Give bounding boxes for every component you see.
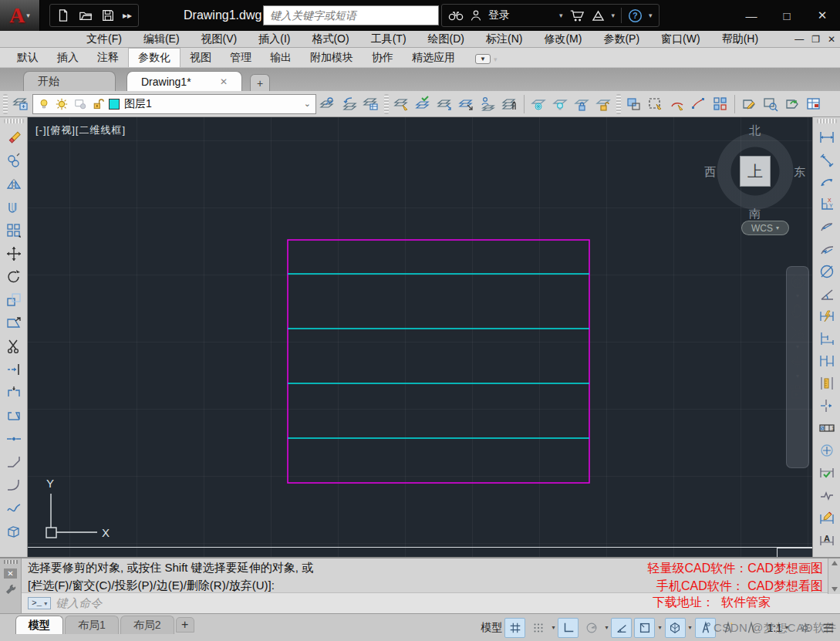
block-attribute-manager-button[interactable] bbox=[761, 93, 781, 115]
save-icon[interactable] bbox=[101, 8, 115, 22]
magenta-rectangle-entity[interactable] bbox=[288, 240, 589, 483]
group-edit-button[interactable] bbox=[710, 93, 730, 115]
ribbon-collapse-icon[interactable]: ▼ bbox=[475, 54, 491, 64]
ribbon-tab-addins[interactable]: 附加模块 bbox=[301, 49, 363, 67]
jogged-dimension-button[interactable] bbox=[815, 238, 838, 260]
ribbon-tab-insert[interactable]: 插入 bbox=[48, 49, 88, 67]
menu-view[interactable]: 视图(V) bbox=[191, 32, 248, 47]
grid-toggle[interactable] bbox=[504, 618, 525, 638]
menu-parametric[interactable]: 参数(P) bbox=[592, 32, 650, 47]
move-button[interactable] bbox=[2, 242, 25, 265]
layer-freeze-icon[interactable] bbox=[73, 97, 87, 111]
tab-start[interactable]: 开始 bbox=[23, 71, 116, 91]
ribbon-tab-default[interactable]: 默认 bbox=[8, 49, 48, 67]
menu-help[interactable]: 帮助(H) bbox=[711, 32, 769, 47]
viewcube-north-label[interactable]: 北 bbox=[749, 123, 761, 138]
ordinate-dimension-button[interactable]: XY bbox=[815, 194, 838, 215]
rotate-button[interactable] bbox=[2, 265, 25, 288]
ribbon-tab-output[interactable]: 输出 bbox=[261, 49, 301, 67]
menu-tools[interactable]: 工具(T) bbox=[360, 32, 417, 47]
polar-dropdown-icon[interactable]: ▾ bbox=[605, 624, 608, 631]
baseline-dimension-button[interactable] bbox=[815, 328, 838, 349]
array-button[interactable] bbox=[2, 219, 25, 241]
open-file-icon[interactable] bbox=[78, 8, 93, 22]
jogged-linear-button[interactable] bbox=[815, 484, 838, 506]
tab-close-icon[interactable]: ✕ bbox=[220, 76, 228, 87]
sign-in-button[interactable]: 登录 bbox=[488, 8, 510, 22]
viewcube[interactable]: 北 西 东 南 上 bbox=[709, 125, 801, 218]
menu-dimension[interactable]: 标注(N) bbox=[475, 32, 533, 47]
layer-on-bulb-icon[interactable] bbox=[38, 97, 50, 111]
draw-order-arc-button[interactable] bbox=[667, 93, 687, 115]
drawing-window-corner[interactable] bbox=[777, 548, 812, 557]
show-motion-icon[interactable] bbox=[788, 383, 807, 401]
viewcube-top-face[interactable]: 上 bbox=[740, 156, 771, 187]
layer-previous-button[interactable] bbox=[339, 93, 359, 115]
new-drawing-tab-button[interactable]: + bbox=[250, 74, 270, 91]
orbit-dropdown-icon[interactable]: ▾ bbox=[796, 375, 799, 378]
minimize-button[interactable]: — bbox=[734, 0, 769, 31]
model-space-label[interactable]: 模型 bbox=[481, 621, 502, 635]
object-snap-toggle[interactable] bbox=[634, 618, 655, 638]
command-input-row[interactable]: >_▾ 键入命令 下载地址： 软件管家 bbox=[22, 592, 840, 613]
layer-dropdown[interactable]: 图层1 ⌄ bbox=[32, 94, 316, 114]
doc-close-icon[interactable]: ✕ bbox=[828, 34, 835, 45]
aligned-dimension-button[interactable] bbox=[815, 149, 838, 170]
command-customize-wrench-icon[interactable] bbox=[5, 583, 17, 595]
layer-unlock-button[interactable] bbox=[593, 93, 613, 115]
ribbon-collapse-dropdown-icon[interactable]: ▾ bbox=[494, 56, 498, 63]
app-store-cart-icon[interactable] bbox=[569, 9, 585, 22]
layer-walk-button[interactable] bbox=[478, 93, 498, 115]
command-close-icon[interactable]: ✕ bbox=[4, 568, 16, 579]
annotation-visibility-toggle[interactable] bbox=[695, 618, 716, 638]
layer-freeze-object-button[interactable] bbox=[528, 93, 548, 115]
zoom-extents-icon[interactable] bbox=[789, 324, 806, 341]
pan-hand-icon[interactable] bbox=[789, 302, 806, 319]
wheel-dropdown-icon[interactable]: ▾ bbox=[796, 295, 799, 298]
tab-drawing1[interactable]: Drawing1*✕ bbox=[127, 71, 242, 91]
quick-dimension-button[interactable] bbox=[815, 305, 838, 327]
annotation-monitor-button[interactable] bbox=[804, 93, 824, 115]
help-search-box[interactable] bbox=[263, 5, 439, 25]
copy-objects-to-new-layer-button[interactable] bbox=[457, 93, 477, 115]
change-to-current-layer-button[interactable] bbox=[435, 93, 455, 115]
join-button[interactable] bbox=[2, 427, 25, 450]
extend-button[interactable] bbox=[2, 358, 25, 380]
continue-dimension-button[interactable] bbox=[815, 350, 838, 372]
snap-dropdown-icon[interactable]: ▾ bbox=[552, 624, 555, 631]
drawing-canvas[interactable]: [-][俯视][二维线框] 北 西 东 南 上 WCS▾ ▾ ▾ ▾ bbox=[28, 117, 812, 557]
viewcube-east-label[interactable]: 东 bbox=[794, 165, 805, 180]
viewport-controls-label[interactable]: [-][俯视][二维线框] bbox=[35, 123, 126, 137]
toolbar-grip[interactable] bbox=[4, 119, 24, 123]
layer-properties-button[interactable] bbox=[11, 93, 31, 115]
new-layout-button[interactable]: + bbox=[176, 617, 194, 633]
qat-more-icon[interactable]: ▸▸ bbox=[123, 10, 132, 21]
dimension-break-button[interactable] bbox=[815, 395, 838, 417]
ad-download-link[interactable]: 软件管家 bbox=[721, 595, 771, 609]
sign-in-dropdown-icon[interactable]: ▾ bbox=[559, 12, 563, 19]
edit-polyline-button[interactable] bbox=[689, 93, 709, 115]
help-icon[interactable]: ? bbox=[628, 8, 643, 23]
a360-dropdown-icon[interactable]: ▾ bbox=[612, 12, 616, 19]
mirror-button[interactable] bbox=[2, 173, 25, 195]
menu-modify[interactable]: 修改(M) bbox=[533, 32, 592, 47]
edit-attributes-button[interactable] bbox=[739, 93, 759, 115]
layer-color-swatch[interactable] bbox=[109, 99, 120, 110]
copy-button[interactable] bbox=[2, 150, 25, 172]
menu-draw[interactable]: 绘图(D) bbox=[417, 32, 475, 47]
new-file-icon[interactable] bbox=[56, 8, 70, 22]
layer-unlock-icon[interactable] bbox=[92, 97, 104, 111]
search-input[interactable] bbox=[264, 9, 438, 22]
spline-edit-button[interactable] bbox=[2, 497, 25, 519]
tab-layout1[interactable]: 布局1 bbox=[65, 616, 119, 634]
diameter-dimension-button[interactable] bbox=[815, 261, 838, 282]
command-history-scrollbar[interactable] bbox=[828, 558, 840, 594]
chamfer-button[interactable] bbox=[2, 450, 25, 473]
layer-match-standard-button[interactable] bbox=[413, 93, 433, 115]
viewcube-south-label[interactable]: 南 bbox=[749, 207, 761, 221]
ribbon-tab-featured[interactable]: 精选应用 bbox=[403, 49, 464, 67]
command-grip[interactable] bbox=[4, 560, 18, 564]
toolbar-grip[interactable] bbox=[817, 119, 837, 123]
scale-button[interactable] bbox=[2, 288, 25, 311]
make-object-layer-current-button[interactable] bbox=[318, 93, 338, 115]
